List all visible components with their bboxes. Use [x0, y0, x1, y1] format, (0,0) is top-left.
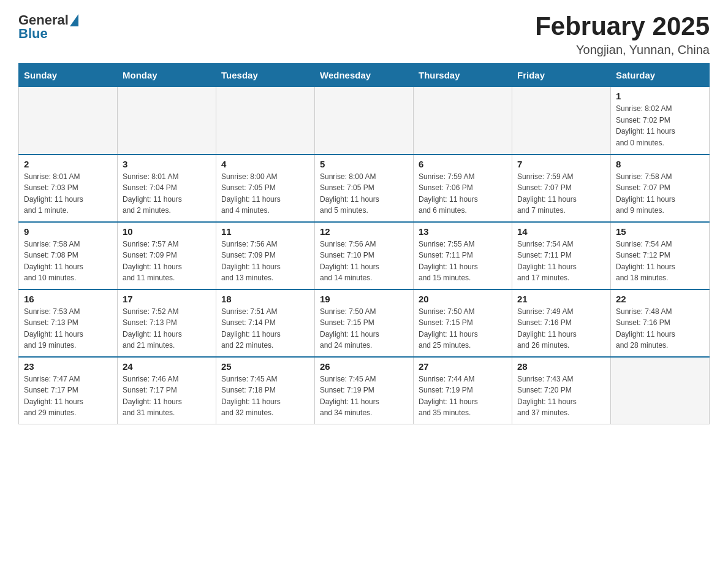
day-number: 15	[616, 226, 704, 237]
calendar-cell: 28Sunrise: 7:43 AMSunset: 7:20 PMDayligh…	[512, 357, 611, 424]
weekday-header-friday: Friday	[512, 64, 611, 87]
calendar-cell: 22Sunrise: 7:48 AMSunset: 7:16 PMDayligh…	[611, 289, 710, 357]
calendar-cell: 26Sunrise: 7:45 AMSunset: 7:19 PMDayligh…	[315, 357, 414, 424]
sun-info: Sunrise: 8:01 AMSunset: 7:03 PMDaylight:…	[24, 171, 112, 216]
calendar-cell: 9Sunrise: 7:58 AMSunset: 7:08 PMDaylight…	[19, 222, 118, 289]
sun-info: Sunrise: 7:57 AMSunset: 7:09 PMDaylight:…	[123, 239, 211, 284]
weekday-header-tuesday: Tuesday	[216, 64, 315, 87]
calendar-cell: 15Sunrise: 7:54 AMSunset: 7:12 PMDayligh…	[611, 222, 710, 289]
day-number: 1	[616, 91, 704, 101]
sun-info: Sunrise: 7:45 AMSunset: 7:18 PMDaylight:…	[221, 373, 309, 419]
sun-info: Sunrise: 7:58 AMSunset: 7:08 PMDaylight:…	[24, 239, 112, 284]
sun-info: Sunrise: 7:44 AMSunset: 7:19 PMDaylight:…	[419, 373, 507, 419]
day-number: 19	[320, 294, 408, 304]
calendar-cell: 12Sunrise: 7:56 AMSunset: 7:10 PMDayligh…	[315, 222, 414, 289]
day-number: 4	[221, 159, 309, 169]
day-number: 11	[221, 226, 309, 237]
calendar-cell: 10Sunrise: 7:57 AMSunset: 7:09 PMDayligh…	[118, 222, 216, 289]
logo-arrow-icon	[70, 14, 78, 26]
day-number: 27	[419, 361, 507, 372]
sun-info: Sunrise: 7:56 AMSunset: 7:09 PMDaylight:…	[221, 239, 309, 284]
day-number: 14	[517, 226, 605, 237]
calendar-week-row: 16Sunrise: 7:53 AMSunset: 7:13 PMDayligh…	[19, 289, 710, 357]
calendar-week-row: 23Sunrise: 7:47 AMSunset: 7:17 PMDayligh…	[19, 357, 710, 424]
sun-info: Sunrise: 7:43 AMSunset: 7:20 PMDaylight:…	[517, 373, 605, 419]
calendar-cell: 2Sunrise: 8:01 AMSunset: 7:03 PMDaylight…	[19, 155, 118, 222]
day-number: 28	[517, 361, 605, 372]
calendar-table: SundayMondayTuesdayWednesdayThursdayFrid…	[18, 63, 710, 424]
calendar-week-row: 2Sunrise: 8:01 AMSunset: 7:03 PMDaylight…	[19, 155, 710, 222]
calendar-cell	[414, 87, 512, 155]
calendar-cell: 16Sunrise: 7:53 AMSunset: 7:13 PMDayligh…	[19, 289, 118, 357]
day-number: 24	[123, 361, 211, 372]
sun-info: Sunrise: 8:00 AMSunset: 7:05 PMDaylight:…	[320, 171, 408, 216]
month-title: February 2025	[535, 12, 710, 40]
day-number: 3	[123, 159, 211, 169]
weekday-header-saturday: Saturday	[611, 64, 710, 87]
sun-info: Sunrise: 7:52 AMSunset: 7:13 PMDaylight:…	[123, 306, 211, 351]
sun-info: Sunrise: 7:50 AMSunset: 7:15 PMDaylight:…	[419, 306, 507, 351]
calendar-cell	[19, 87, 118, 155]
day-number: 25	[221, 361, 309, 372]
logo-blue-text: Blue	[18, 26, 80, 42]
calendar-cell: 6Sunrise: 7:59 AMSunset: 7:06 PMDaylight…	[414, 155, 512, 222]
sun-info: Sunrise: 8:02 AMSunset: 7:02 PMDaylight:…	[616, 103, 704, 148]
calendar-cell: 18Sunrise: 7:51 AMSunset: 7:14 PMDayligh…	[216, 289, 315, 357]
sun-info: Sunrise: 7:58 AMSunset: 7:07 PMDaylight:…	[616, 171, 704, 216]
calendar-cell: 8Sunrise: 7:58 AMSunset: 7:07 PMDaylight…	[611, 155, 710, 222]
calendar-cell: 19Sunrise: 7:50 AMSunset: 7:15 PMDayligh…	[315, 289, 414, 357]
weekday-header-monday: Monday	[118, 64, 216, 87]
day-number: 6	[419, 159, 507, 169]
calendar-cell: 20Sunrise: 7:50 AMSunset: 7:15 PMDayligh…	[414, 289, 512, 357]
calendar-week-row: 9Sunrise: 7:58 AMSunset: 7:08 PMDaylight…	[19, 222, 710, 289]
day-number: 16	[24, 294, 112, 304]
location-title: Yongjian, Yunnan, China	[535, 43, 710, 57]
calendar-cell: 11Sunrise: 7:56 AMSunset: 7:09 PMDayligh…	[216, 222, 315, 289]
title-area: February 2025 Yongjian, Yunnan, China	[535, 12, 710, 57]
sun-info: Sunrise: 7:55 AMSunset: 7:11 PMDaylight:…	[419, 239, 507, 284]
day-number: 18	[221, 294, 309, 304]
calendar-cell: 17Sunrise: 7:52 AMSunset: 7:13 PMDayligh…	[118, 289, 216, 357]
day-number: 20	[419, 294, 507, 304]
sun-info: Sunrise: 8:00 AMSunset: 7:05 PMDaylight:…	[221, 171, 309, 216]
calendar-cell	[611, 357, 710, 424]
logo: General Blue	[18, 12, 80, 42]
calendar-cell	[118, 87, 216, 155]
sun-info: Sunrise: 8:01 AMSunset: 7:04 PMDaylight:…	[123, 171, 211, 216]
day-number: 2	[24, 159, 112, 169]
sun-info: Sunrise: 7:45 AMSunset: 7:19 PMDaylight:…	[320, 373, 408, 419]
calendar-cell: 1Sunrise: 8:02 AMSunset: 7:02 PMDaylight…	[611, 87, 710, 155]
calendar-cell	[315, 87, 414, 155]
sun-info: Sunrise: 7:53 AMSunset: 7:13 PMDaylight:…	[24, 306, 112, 351]
calendar-week-row: 1Sunrise: 8:02 AMSunset: 7:02 PMDaylight…	[19, 87, 710, 155]
day-number: 9	[24, 226, 112, 237]
day-number: 22	[616, 294, 704, 304]
sun-info: Sunrise: 7:59 AMSunset: 7:06 PMDaylight:…	[419, 171, 507, 216]
weekday-header-sunday: Sunday	[19, 64, 118, 87]
day-number: 21	[517, 294, 605, 304]
calendar-cell: 5Sunrise: 8:00 AMSunset: 7:05 PMDaylight…	[315, 155, 414, 222]
calendar-cell: 23Sunrise: 7:47 AMSunset: 7:17 PMDayligh…	[19, 357, 118, 424]
sun-info: Sunrise: 7:54 AMSunset: 7:11 PMDaylight:…	[517, 239, 605, 284]
page-header: General Blue February 2025 Yongjian, Yun…	[18, 12, 710, 57]
day-number: 8	[616, 159, 704, 169]
calendar-cell: 24Sunrise: 7:46 AMSunset: 7:17 PMDayligh…	[118, 357, 216, 424]
weekday-header-thursday: Thursday	[414, 64, 512, 87]
day-number: 17	[123, 294, 211, 304]
sun-info: Sunrise: 7:59 AMSunset: 7:07 PMDaylight:…	[517, 171, 605, 216]
calendar-cell: 21Sunrise: 7:49 AMSunset: 7:16 PMDayligh…	[512, 289, 611, 357]
sun-info: Sunrise: 7:51 AMSunset: 7:14 PMDaylight:…	[221, 306, 309, 351]
day-number: 13	[419, 226, 507, 237]
day-number: 12	[320, 226, 408, 237]
sun-info: Sunrise: 7:48 AMSunset: 7:16 PMDaylight:…	[616, 306, 704, 351]
day-number: 10	[123, 226, 211, 237]
day-number: 26	[320, 361, 408, 372]
weekday-header-row: SundayMondayTuesdayWednesdayThursdayFrid…	[19, 64, 710, 87]
calendar-cell: 13Sunrise: 7:55 AMSunset: 7:11 PMDayligh…	[414, 222, 512, 289]
sun-info: Sunrise: 7:56 AMSunset: 7:10 PMDaylight:…	[320, 239, 408, 284]
weekday-header-wednesday: Wednesday	[315, 64, 414, 87]
calendar-cell	[216, 87, 315, 155]
sun-info: Sunrise: 7:49 AMSunset: 7:16 PMDaylight:…	[517, 306, 605, 351]
day-number: 7	[517, 159, 605, 169]
day-number: 5	[320, 159, 408, 169]
